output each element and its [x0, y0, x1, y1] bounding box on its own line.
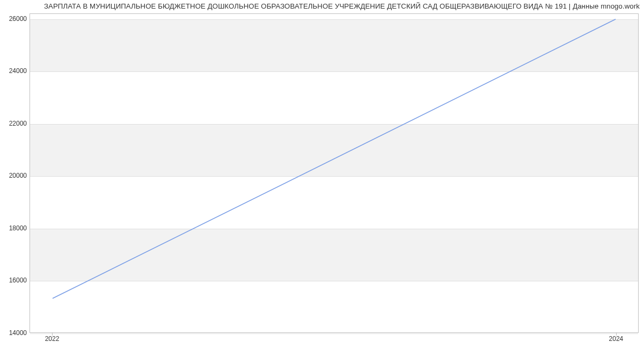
series-line: [53, 19, 616, 299]
y-tick-label: 26000: [0, 15, 27, 23]
y-tick-label: 20000: [0, 172, 27, 179]
plot-area: [30, 13, 639, 333]
y-gridline: [30, 333, 638, 334]
x-tick-label: 2022: [45, 335, 60, 343]
line-layer: [30, 14, 638, 332]
chart-container: ЗАРПЛАТА В МУНИЦИПАЛЬНОЕ БЮДЖЕТНОЕ ДОШКО…: [0, 0, 644, 349]
y-tick-label: 14000: [0, 329, 27, 337]
y-tick-label: 18000: [0, 224, 27, 232]
x-tick-label: 2024: [609, 335, 624, 343]
y-tick-label: 16000: [0, 277, 27, 284]
y-tick-label: 24000: [0, 67, 27, 75]
y-tick-label: 22000: [0, 120, 27, 127]
chart-title: ЗАРПЛАТА В МУНИЦИПАЛЬНОЕ БЮДЖЕТНОЕ ДОШКО…: [4, 2, 640, 10]
